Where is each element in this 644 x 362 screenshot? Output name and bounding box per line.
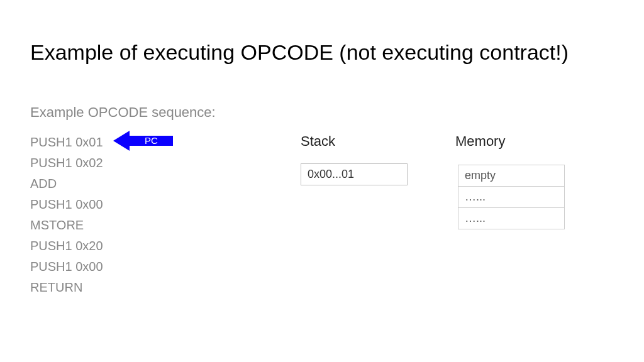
opcode-line: ADD	[30, 173, 103, 194]
opcode-line: PUSH1 0x02	[30, 153, 103, 173]
opcode-line: MSTORE	[30, 215, 103, 236]
pc-label: PC	[145, 135, 158, 146]
stack-heading: Stack	[301, 133, 335, 150]
memory-cell: …...	[458, 187, 564, 208]
opcode-line: PUSH1 0x00	[30, 194, 103, 215]
memory-cell: …...	[458, 208, 564, 229]
opcode-sequence-subtitle: Example OPCODE sequence:	[30, 104, 216, 121]
opcode-line: RETURN	[30, 277, 103, 298]
opcode-line: PUSH1 0x20	[30, 236, 103, 256]
svg-marker-0	[113, 131, 173, 151]
opcode-line: PUSH1 0x00	[30, 256, 103, 277]
stack-table: 0x00...01	[301, 163, 408, 185]
opcode-list: PUSH1 0x01 PUSH1 0x02 ADD PUSH1 0x00 MST…	[30, 132, 103, 298]
memory-heading: Memory	[455, 133, 505, 150]
slide-title: Example of executing OPCODE (not executi…	[30, 39, 569, 66]
stack-cell: 0x00...01	[301, 164, 407, 185]
memory-table: empty …... …...	[458, 165, 565, 229]
pc-arrow-icon: PC	[113, 131, 173, 151]
opcode-line: PUSH1 0x01	[30, 132, 103, 153]
memory-cell: empty	[458, 165, 564, 187]
